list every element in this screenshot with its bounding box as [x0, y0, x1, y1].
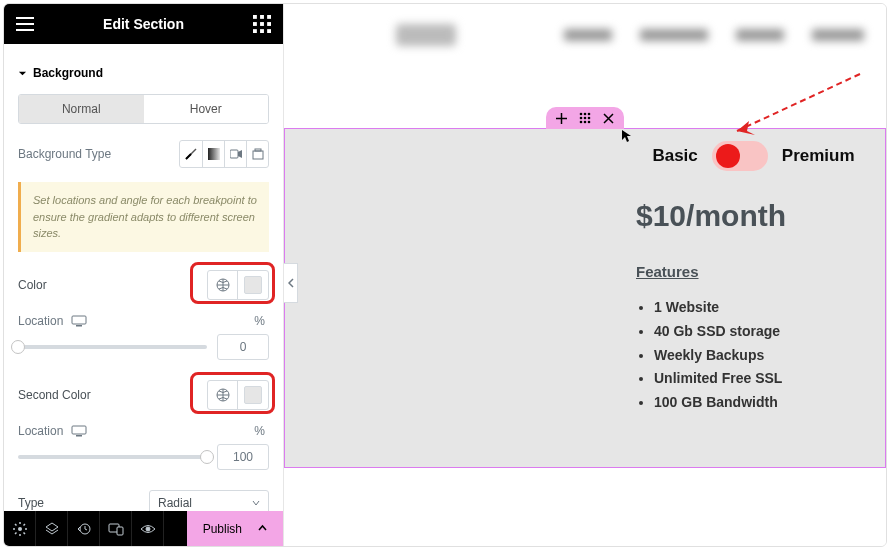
location-label: Location: [18, 314, 63, 328]
apps-grid-icon[interactable]: [253, 15, 271, 33]
feature-item: Unlimited Free SSL: [654, 367, 871, 391]
background-label: Background: [33, 66, 103, 80]
svg-rect-14: [253, 151, 263, 159]
svg-rect-6: [253, 22, 257, 26]
feature-item: 1 Website: [654, 296, 871, 320]
location2-value-input[interactable]: 100: [217, 444, 269, 470]
bg-type-gradient-icon[interactable]: [202, 141, 224, 167]
drag-handle-icon[interactable]: [579, 112, 591, 124]
location-slider[interactable]: [18, 345, 207, 349]
svg-rect-1: [16, 23, 34, 25]
navigator-icon[interactable]: [36, 511, 68, 546]
tab-normal[interactable]: Normal: [19, 95, 144, 123]
gradient-hint: Set locations and angle for each breakpo…: [18, 182, 269, 252]
unit-toggle[interactable]: %: [254, 424, 269, 438]
editor-panel: Edit Section Background Normal Hover Bac…: [4, 4, 284, 546]
plan-basic-label: Basic: [652, 146, 697, 166]
panel-body: Background Normal Hover Background Type …: [4, 44, 283, 511]
second-color-swatch[interactable]: [238, 381, 268, 409]
pricing-card: Basic Premium $10/month Features 1 Websi…: [636, 141, 871, 415]
svg-rect-18: [76, 325, 82, 327]
type-select[interactable]: Radial: [149, 490, 269, 512]
chevron-down-icon: [252, 499, 260, 507]
svg-rect-21: [76, 435, 82, 437]
responsive-desktop-icon[interactable]: [71, 315, 87, 327]
background-section-toggle[interactable]: Background: [18, 66, 269, 80]
location2-label: Location: [18, 424, 63, 438]
svg-point-27: [580, 113, 583, 116]
svg-rect-5: [267, 15, 271, 19]
features-heading: Features: [636, 263, 871, 280]
color-picker[interactable]: [207, 270, 269, 300]
bg-type-video-icon[interactable]: [224, 141, 246, 167]
bg-type-classic-icon[interactable]: [180, 141, 202, 167]
type-label: Type: [18, 496, 44, 510]
svg-rect-15: [255, 149, 261, 151]
svg-point-30: [580, 117, 583, 120]
price-text: $10/month: [636, 199, 871, 233]
panel-header: Edit Section: [4, 4, 283, 44]
plan-toggle-row: Basic Premium: [636, 141, 871, 171]
plan-premium-label: Premium: [782, 146, 855, 166]
bg-type-label: Background Type: [18, 147, 111, 161]
svg-rect-12: [208, 148, 220, 160]
feature-item: 100 GB Bandwidth: [654, 391, 871, 415]
globe-icon[interactable]: [208, 271, 238, 299]
settings-icon[interactable]: [4, 511, 36, 546]
color-swatch[interactable]: [238, 271, 268, 299]
second-color-picker[interactable]: [207, 380, 269, 410]
svg-rect-11: [267, 29, 271, 33]
second-color-label: Second Color: [18, 388, 91, 402]
svg-rect-0: [16, 17, 34, 19]
svg-point-22: [18, 527, 22, 531]
svg-point-35: [588, 121, 591, 124]
bg-type-slideshow-icon[interactable]: [246, 141, 268, 167]
panel-collapse-button[interactable]: [284, 263, 298, 303]
svg-point-32: [588, 117, 591, 120]
svg-rect-3: [253, 15, 257, 19]
svg-rect-13: [230, 150, 238, 158]
panel-footer: Publish: [4, 511, 283, 546]
svg-point-33: [580, 121, 583, 124]
bg-type-group: [179, 140, 269, 168]
menu-icon[interactable]: [16, 15, 34, 33]
color-label: Color: [18, 278, 47, 292]
svg-rect-2: [16, 29, 34, 31]
location2-slider[interactable]: [18, 455, 207, 459]
chevron-left-icon: [288, 278, 294, 288]
history-icon[interactable]: [68, 511, 100, 546]
preview-stage: Basic Premium $10/month Features 1 Websi…: [284, 4, 886, 546]
annotation-arrow: [725, 69, 865, 142]
panel-title: Edit Section: [34, 16, 253, 32]
chevron-up-icon: [258, 524, 267, 533]
preview-eye-icon[interactable]: [132, 511, 164, 546]
svg-rect-7: [260, 22, 264, 26]
features-list: 1 Website 40 Gb SSD storage Weekly Backu…: [636, 296, 871, 415]
svg-rect-9: [253, 29, 257, 33]
selected-section[interactable]: Basic Premium $10/month Features 1 Websi…: [284, 128, 886, 468]
tab-hover[interactable]: Hover: [144, 95, 269, 123]
globe-icon[interactable]: [208, 381, 238, 409]
svg-rect-20: [72, 426, 86, 434]
caret-down-icon: [18, 69, 27, 78]
svg-rect-4: [260, 15, 264, 19]
location-value-input[interactable]: 0: [217, 334, 269, 360]
plan-toggle[interactable]: [712, 141, 768, 171]
state-tabs: Normal Hover: [18, 94, 269, 124]
svg-rect-17: [72, 316, 86, 324]
svg-point-34: [584, 121, 587, 124]
delete-section-icon[interactable]: [603, 113, 614, 124]
unit-toggle[interactable]: %: [254, 314, 269, 328]
feature-item: 40 Gb SSD storage: [654, 320, 871, 344]
responsive-mode-icon[interactable]: [100, 511, 132, 546]
publish-button[interactable]: Publish: [187, 511, 283, 546]
feature-item: Weekly Backups: [654, 344, 871, 368]
cursor-icon: [621, 129, 635, 146]
svg-line-36: [737, 74, 860, 131]
responsive-desktop-icon[interactable]: [71, 425, 87, 437]
svg-point-28: [584, 113, 587, 116]
site-topbar-blurred: [284, 4, 886, 66]
add-section-icon[interactable]: [556, 113, 567, 124]
svg-point-31: [584, 117, 587, 120]
section-toolbar: [546, 107, 624, 129]
